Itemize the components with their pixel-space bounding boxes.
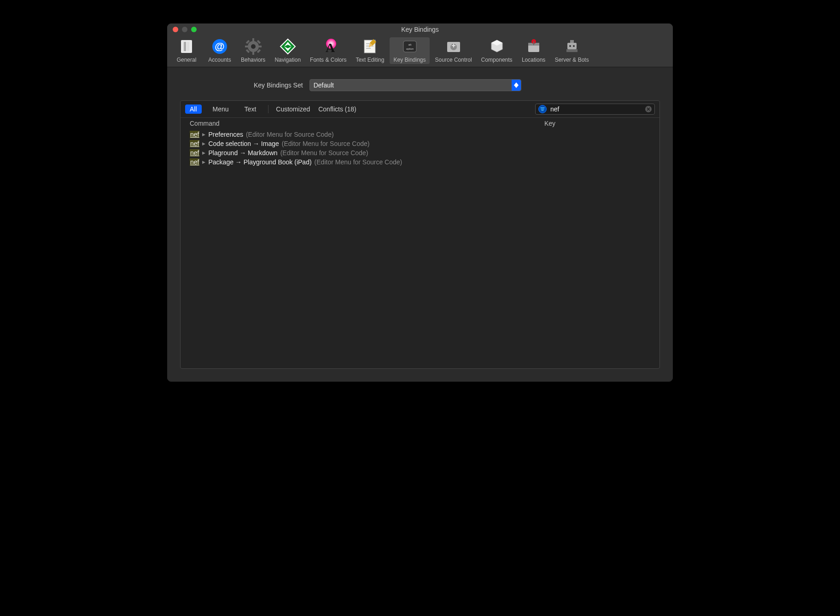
locations-icon (525, 38, 542, 55)
tab-general[interactable]: General (171, 37, 202, 64)
filter-customized[interactable]: Customized (276, 105, 310, 113)
divider (268, 105, 268, 113)
preferences-toolbar: General @ Accounts Behaviors Navigation (167, 35, 673, 67)
svg-rect-0 (181, 40, 192, 53)
tab-label: Server & Bots (555, 57, 589, 63)
svg-rect-30 (453, 44, 454, 47)
tab-components[interactable]: Components (478, 37, 516, 64)
scope-tab-menu[interactable]: Menu (208, 105, 233, 114)
components-icon (489, 38, 505, 55)
match-highlight: nef (190, 131, 199, 138)
tab-label: Key Bindings (393, 57, 426, 63)
column-headers: Command Key (181, 118, 659, 129)
match-highlight: nef (190, 149, 199, 157)
triangle-icon: ▶ (202, 141, 205, 146)
close-window-button[interactable] (173, 27, 178, 32)
zoom-window-button[interactable] (191, 27, 197, 32)
minimize-window-button[interactable] (182, 27, 187, 32)
filter-scope-icon[interactable] (538, 105, 547, 113)
svg-rect-7 (252, 38, 254, 42)
filter-conflicts[interactable]: Conflicts (18) (318, 105, 356, 113)
column-key: Key (544, 120, 555, 127)
fonts-colors-icon: A (320, 38, 337, 55)
gear-icon (245, 38, 262, 55)
tab-behaviors[interactable]: Behaviors (237, 37, 269, 64)
general-icon (178, 38, 195, 55)
clear-search-button[interactable] (645, 106, 652, 112)
key-bindings-set-value: Default (314, 81, 334, 89)
tab-fonts-colors[interactable]: A Fonts & Colors (306, 37, 350, 64)
command-path: Plaground → Markdown (208, 149, 277, 157)
tab-key-bindings[interactable]: altoption Key Bindings (390, 37, 429, 64)
svg-text:alt: alt (408, 43, 411, 46)
svg-marker-15 (280, 39, 295, 54)
navigation-icon (280, 38, 296, 55)
bindings-panel: All Menu Text Customized Conflicts (18) (180, 100, 660, 369)
svg-rect-2 (187, 42, 189, 51)
command-path: Preferences (208, 131, 243, 138)
tab-navigation[interactable]: Navigation (271, 37, 304, 64)
svg-rect-37 (567, 43, 577, 49)
tab-accounts[interactable]: @ Accounts (204, 37, 235, 64)
tab-label: General (177, 57, 197, 63)
window-title: Key Bindings (167, 26, 673, 33)
scope-tab-all[interactable]: All (185, 105, 202, 114)
match-highlight: nef (190, 158, 199, 166)
tab-label: Locations (522, 57, 545, 63)
svg-text:option: option (406, 47, 413, 50)
list-item[interactable]: nef ▶ Package → Playground Book (iPad) (… (190, 157, 650, 167)
triangle-icon: ▶ (202, 151, 205, 155)
tab-label: Source Control (435, 57, 472, 63)
search-input[interactable] (550, 105, 642, 113)
scope-tab-text[interactable]: Text (240, 105, 261, 114)
list-item[interactable]: nef ▶ Preferences (Editor Menu for Sourc… (190, 130, 650, 139)
filter-links: Customized Conflicts (18) (276, 105, 356, 113)
tab-label: Navigation (274, 57, 301, 63)
svg-rect-41 (570, 40, 574, 43)
svg-point-6 (251, 44, 256, 49)
tab-server-bots[interactable]: Server & Bots (551, 37, 593, 64)
svg-rect-24 (403, 41, 416, 52)
search-field[interactable] (535, 104, 655, 115)
list-item[interactable]: nef ▶ Plaground → Markdown (Editor Menu … (190, 148, 650, 157)
command-context: (Editor Menu for Source Code) (315, 158, 402, 166)
accounts-icon: @ (211, 38, 228, 55)
svg-rect-8 (252, 51, 254, 55)
tab-text-editing[interactable]: Text Editing (352, 37, 388, 64)
key-bindings-set-label: Key Bindings Set (254, 81, 303, 89)
tab-label: Behaviors (241, 57, 265, 63)
match-highlight: nef (190, 140, 199, 147)
preferences-window: Key Bindings General @ Accounts Behavior… (167, 23, 673, 382)
traffic-lights (173, 27, 197, 32)
list-item[interactable]: nef ▶ Code selection → Image (Editor Men… (190, 139, 650, 148)
svg-rect-9 (245, 46, 249, 47)
key-bindings-set-select[interactable]: Default (309, 79, 521, 91)
svg-text:@: @ (215, 41, 224, 52)
svg-rect-40 (566, 49, 578, 52)
svg-text:A: A (326, 41, 335, 55)
tab-locations[interactable]: Locations (518, 37, 549, 64)
server-bots-icon (564, 38, 580, 55)
svg-marker-43 (514, 85, 519, 88)
triangle-icon: ▶ (202, 160, 205, 164)
column-command: Command (190, 120, 544, 127)
source-control-icon (445, 38, 462, 55)
command-context: (Editor Menu for Source Code) (246, 131, 334, 138)
chevron-up-down-icon (512, 80, 521, 91)
tab-label: Fonts & Colors (310, 57, 346, 63)
key-bindings-set-row: Key Bindings Set Default (180, 79, 660, 91)
tab-source-control[interactable]: Source Control (432, 37, 476, 64)
panel-toolbar: All Menu Text Customized Conflicts (18) (181, 101, 659, 118)
key-bindings-icon: altoption (402, 38, 418, 55)
command-context: (Editor Menu for Source Code) (282, 140, 370, 147)
svg-rect-1 (184, 42, 186, 51)
tab-label: Text Editing (356, 57, 384, 63)
svg-point-38 (569, 45, 571, 47)
svg-rect-10 (258, 46, 262, 47)
command-path: Code selection → Image (208, 140, 279, 147)
scope-tabs: All Menu Text (185, 105, 261, 114)
triangle-icon: ▶ (202, 132, 205, 137)
titlebar: Key Bindings (167, 23, 673, 35)
svg-rect-36 (533, 41, 534, 45)
tab-label: Accounts (208, 57, 231, 63)
